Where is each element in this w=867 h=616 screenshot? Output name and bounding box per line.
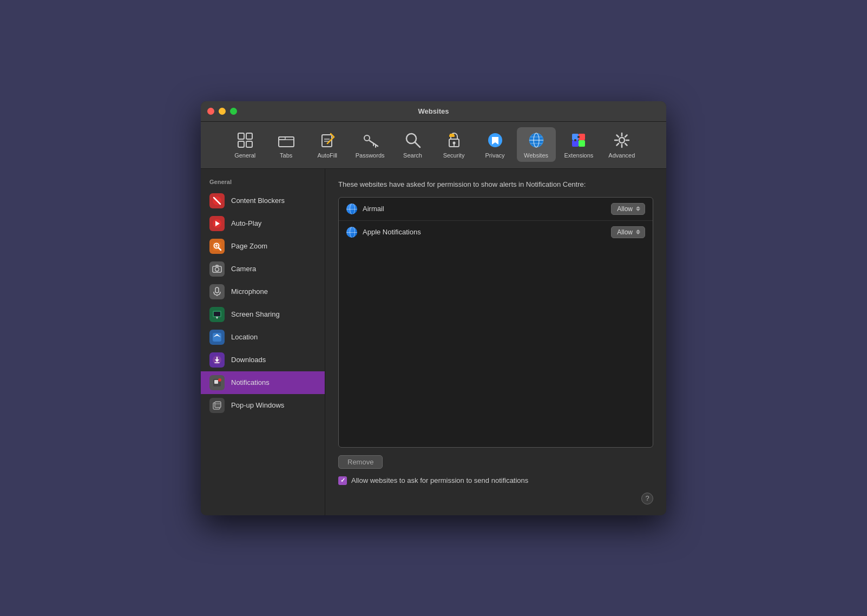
checkbox-row: ✓ Allow websites to ask for permission t… [338,476,653,485]
svg-rect-0 [238,133,244,139]
safari-preferences-window: Websites General [201,101,666,515]
arrow-down-icon [636,209,640,211]
svg-rect-50 [214,312,220,316]
sidebar-item-microphone[interactable]: Microphone [201,280,325,303]
extensions-icon [569,130,588,150]
toolbar-extensions-label: Extensions [564,152,594,159]
security-icon [444,130,464,150]
svg-rect-47 [215,287,219,293]
toolbar-item-general[interactable]: General [226,127,265,162]
toolbar-item-search[interactable]: Search [393,127,432,162]
airmail-permission-label: Allow [617,205,633,213]
popup-windows-icon [209,398,225,413]
websites-table: Airmail Allow Apple Notifications Allo [338,197,653,448]
toolbar-tabs-label: Tabs [280,152,292,159]
toolbar: General Tabs [201,122,666,169]
sidebar-camera-label: Camera [231,265,256,273]
apple-notifications-permission-dropdown[interactable]: Allow [611,226,645,238]
toolbar-item-security[interactable]: Security [435,127,474,162]
toolbar-item-tabs[interactable]: Tabs [267,127,306,162]
arrow-up-icon-2 [636,230,640,232]
allow-notifications-checkbox[interactable]: ✓ [338,476,347,485]
privacy-icon [485,130,505,150]
sidebar-item-location[interactable]: Location [201,326,325,349]
websites-icon [527,130,546,150]
tabs-icon [277,130,296,150]
toolbar-item-autofill[interactable]: AutoFill [308,127,347,162]
toolbar-item-advanced[interactable]: Advanced [602,127,641,162]
close-button[interactable] [207,108,214,115]
screen-sharing-icon [209,307,225,322]
apple-notifications-permission-label: Allow [617,228,633,236]
svg-point-35 [619,137,625,143]
svg-rect-1 [246,133,252,139]
toolbar-websites-label: Websites [524,152,548,159]
sidebar-item-screen-sharing[interactable]: Screen Sharing [201,303,325,326]
svg-rect-3 [246,141,252,147]
sidebar-popup-windows-label: Pop-up Windows [231,401,284,409]
sidebar-item-popup-windows[interactable]: Pop-up Windows [201,394,325,417]
sidebar-item-notifications[interactable]: Notifications [201,371,325,394]
auto-play-icon [209,216,225,231]
airmail-globe-icon [346,204,357,214]
sidebar-downloads-label: Downloads [231,356,266,364]
svg-rect-63 [215,402,221,408]
advanced-icon [612,130,632,150]
arrow-up-icon [636,206,640,208]
website-row-airmail[interactable]: Airmail Allow [339,198,653,221]
apple-notifications-globe-icon [346,227,357,238]
svg-point-12 [364,135,370,141]
sidebar-item-auto-play[interactable]: Auto-Play [201,212,325,235]
content-area: General Content Blockers [201,169,666,515]
toolbar-item-extensions[interactable]: Extensions [558,127,600,162]
sidebar-item-downloads[interactable]: Downloads [201,349,325,371]
sidebar: General Content Blockers [201,169,325,515]
toolbar-advanced-label: Advanced [608,152,635,159]
toolbar-item-privacy[interactable]: Privacy [476,127,515,162]
svg-rect-34 [574,139,576,141]
autofill-icon [318,130,337,150]
sidebar-item-content-blockers[interactable]: Content Blockers [201,189,325,212]
passwords-icon [360,130,380,150]
toolbar-autofill-label: AutoFill [317,152,337,159]
svg-rect-22 [449,135,455,137]
svg-rect-32 [579,140,585,147]
airmail-permission-dropdown[interactable]: Allow [611,203,645,215]
sidebar-item-camera[interactable]: Camera [201,258,325,280]
panel-description: These websites have asked for permission… [338,180,653,189]
titlebar-buttons [207,108,237,115]
toolbar-item-websites[interactable]: Websites [517,127,556,162]
sidebar-screen-sharing-label: Screen Sharing [231,310,280,318]
location-icon [209,330,225,345]
minimize-button[interactable] [219,108,226,115]
toolbar-item-passwords[interactable]: Passwords [349,127,391,162]
button-row: Remove [338,455,653,469]
sidebar-notifications-label: Notifications [231,378,270,386]
sidebar-item-page-zoom[interactable]: Page Zoom [201,235,325,258]
allow-notifications-label: Allow websites to ask for permission to … [351,476,528,484]
toolbar-search-label: Search [403,152,422,159]
sidebar-page-zoom-label: Page Zoom [231,242,267,250]
search-icon [403,130,423,150]
titlebar: Websites [201,101,666,122]
svg-line-11 [327,137,334,143]
help-button[interactable]: ? [641,493,653,504]
remove-button[interactable]: Remove [338,455,383,469]
content-blockers-icon [209,193,225,208]
sidebar-microphone-label: Microphone [231,287,268,296]
svg-rect-60 [214,380,218,384]
svg-rect-2 [238,141,244,147]
airmail-name: Airmail [363,205,611,213]
svg-line-17 [415,142,420,147]
page-zoom-icon [209,239,225,254]
website-row-apple-notifications[interactable]: Apple Notifications Allow [339,221,653,244]
checkmark-icon: ✓ [340,477,345,484]
arrow-down-icon-2 [636,232,640,234]
airmail-dropdown-arrows [636,206,640,211]
general-icon [235,130,255,150]
svg-point-61 [218,378,221,382]
apple-notifications-dropdown-arrows [636,230,640,234]
svg-rect-33 [577,136,580,138]
sidebar-auto-play-label: Auto-Play [231,219,261,227]
maximize-button[interactable] [230,108,237,115]
